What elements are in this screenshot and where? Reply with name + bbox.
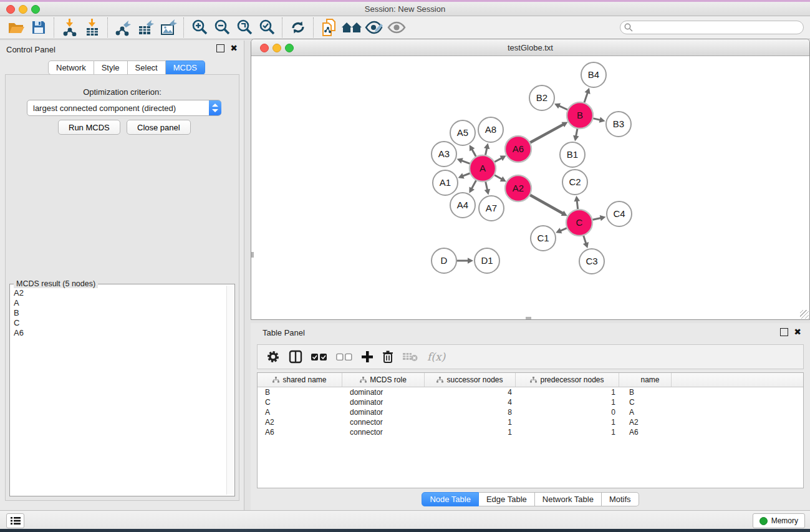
- tab-motifs[interactable]: Motifs: [602, 492, 639, 506]
- table-settings-button[interactable]: [266, 350, 280, 364]
- table-cell[interactable]: A2: [619, 417, 672, 427]
- table-cell[interactable]: B: [619, 387, 672, 397]
- graph-node-C1[interactable]: C1: [531, 226, 556, 251]
- table-cell[interactable]: connector: [342, 427, 425, 437]
- table-cell[interactable]: 1: [516, 397, 619, 407]
- table-cell[interactable]: connector: [342, 417, 425, 427]
- table-row[interactable]: Bdominator41B: [258, 387, 803, 397]
- table-cell[interactable]: A: [619, 407, 672, 417]
- table-cell[interactable]: A6: [619, 427, 672, 437]
- table-cell[interactable]: 1: [516, 387, 619, 397]
- home-views-button[interactable]: [340, 17, 363, 37]
- graph-node-C2[interactable]: C2: [562, 170, 587, 195]
- graph-node-C3[interactable]: C3: [579, 249, 604, 274]
- table-row[interactable]: A6connector11A6: [258, 427, 803, 437]
- graph-edge[interactable]: [558, 105, 568, 110]
- export-network-button[interactable]: [112, 17, 135, 37]
- graph-node-B4[interactable]: B4: [581, 62, 606, 87]
- graph-node-A2[interactable]: A2: [505, 175, 531, 201]
- graph-edge[interactable]: [592, 218, 602, 220]
- graph-edge[interactable]: [592, 118, 600, 120]
- table-cell[interactable]: dominator: [342, 397, 425, 407]
- add-column-button[interactable]: [361, 351, 374, 363]
- zoom-selected-button[interactable]: [256, 17, 278, 37]
- graph-edge[interactable]: [462, 173, 470, 177]
- table-cell[interactable]: 1: [425, 427, 516, 437]
- refresh-button[interactable]: [287, 17, 309, 37]
- graph-edge[interactable]: [529, 195, 563, 214]
- graph-edge[interactable]: [485, 181, 487, 191]
- zoom-fit-button[interactable]: [233, 17, 256, 37]
- graph-edge[interactable]: [494, 175, 502, 180]
- table-cell[interactable]: A2: [258, 417, 342, 427]
- tab-edge-table[interactable]: Edge Table: [479, 492, 535, 506]
- search-input[interactable]: [620, 21, 804, 34]
- table-cell[interactable]: C: [619, 397, 672, 407]
- table-row[interactable]: Adominator80A: [258, 407, 803, 417]
- table-cell[interactable]: 1: [425, 417, 516, 427]
- graph-edge[interactable]: [494, 158, 502, 162]
- graph-node-A3[interactable]: A3: [432, 142, 456, 167]
- network-window-titlebar[interactable]: testGlobe.txt: [251, 39, 809, 56]
- memory-button[interactable]: Memory: [753, 513, 805, 528]
- float-table-panel-icon[interactable]: [780, 328, 788, 336]
- run-mcds-button[interactable]: Run MCDS: [58, 120, 120, 135]
- export-image-button[interactable]: [157, 17, 180, 37]
- graph-node-A8[interactable]: A8: [478, 117, 503, 142]
- graph-node-A6[interactable]: A6: [505, 136, 531, 162]
- tab-mcds[interactable]: MCDS: [166, 60, 205, 75]
- table-cell[interactable]: C: [258, 397, 342, 407]
- graph-edge[interactable]: [584, 92, 588, 103]
- graph-node-D[interactable]: D: [432, 248, 456, 273]
- graph-edge[interactable]: [461, 160, 470, 164]
- table-cell[interactable]: B: [258, 387, 342, 397]
- horizontal-scroll-tick[interactable]: [526, 317, 531, 319]
- table-cell[interactable]: 1: [516, 417, 619, 427]
- column-header-shared-name[interactable]: shared name: [258, 373, 342, 387]
- graph-edge[interactable]: [577, 200, 578, 210]
- graph-node-C[interactable]: C: [566, 210, 592, 236]
- tab-select[interactable]: Select: [128, 60, 166, 75]
- column-header-mcds-role[interactable]: MCDS role: [342, 373, 425, 387]
- table-cell[interactable]: 8: [425, 407, 516, 417]
- criterion-dropdown[interactable]: largest connected component (directed): [27, 100, 221, 116]
- tab-network[interactable]: Network: [48, 60, 94, 75]
- clone-network-button[interactable]: [318, 17, 340, 37]
- graph-node-B1[interactable]: B1: [560, 142, 585, 167]
- mcds-result-item[interactable]: A: [14, 298, 226, 308]
- graph-edge[interactable]: [471, 148, 476, 157]
- mcds-result-item[interactable]: A6: [14, 328, 226, 338]
- table-cell[interactable]: 0: [516, 407, 619, 417]
- table-cell[interactable]: A: [258, 407, 342, 417]
- table-cell[interactable]: dominator: [342, 407, 425, 417]
- table-cell[interactable]: 4: [425, 397, 516, 407]
- close-panel-icon[interactable]: ✖: [230, 45, 238, 52]
- graph-node-A4[interactable]: A4: [450, 193, 475, 218]
- deselect-all-button[interactable]: [336, 353, 352, 361]
- save-session-button[interactable]: [27, 17, 50, 37]
- delete-column-button[interactable]: [382, 350, 393, 364]
- close-table-panel-icon[interactable]: ✖: [794, 329, 801, 336]
- float-panel-icon[interactable]: [216, 44, 224, 52]
- graph-node-A[interactable]: A: [470, 155, 496, 181]
- table-cell[interactable]: dominator: [342, 387, 425, 397]
- tab-node-table[interactable]: Node Table: [422, 492, 479, 506]
- mcds-result-list[interactable]: A2ABCA6: [10, 288, 226, 496]
- tab-network-table[interactable]: Network Table: [535, 492, 602, 506]
- graph-edge[interactable]: [529, 124, 564, 143]
- column-header-name[interactable]: name: [619, 373, 672, 387]
- graph-node-D1[interactable]: D1: [475, 248, 499, 273]
- table-cell[interactable]: 1: [516, 427, 619, 437]
- graph-edge[interactable]: [471, 180, 476, 189]
- column-chooser-button[interactable]: [289, 350, 302, 364]
- graph-node-B2[interactable]: B2: [529, 85, 554, 110]
- graph-node-C4[interactable]: C4: [607, 201, 632, 226]
- import-table-button[interactable]: [81, 17, 104, 37]
- resize-grip-icon[interactable]: [800, 310, 809, 319]
- table-cell[interactable]: 4: [425, 387, 516, 397]
- export-table-button[interactable]: [135, 17, 157, 37]
- select-all-button[interactable]: [311, 353, 327, 361]
- show-hide-button[interactable]: [385, 17, 408, 37]
- vertical-scroll-tick[interactable]: [251, 252, 254, 258]
- task-history-button[interactable]: [6, 513, 24, 528]
